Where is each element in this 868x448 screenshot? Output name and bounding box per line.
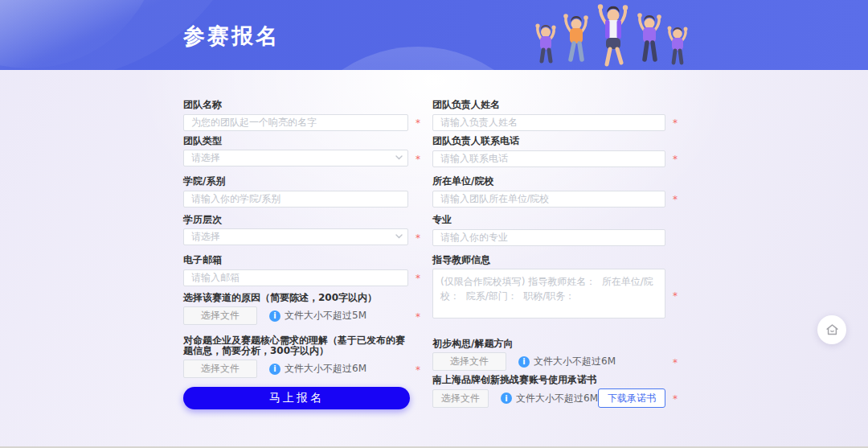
field-email: 电子邮箱 * xyxy=(183,255,408,286)
select-value: 请选择 xyxy=(191,151,220,165)
leader-name-input[interactable] xyxy=(432,114,665,131)
home-button[interactable] xyxy=(817,315,846,344)
field-leader-name: 团队负责人姓名 * xyxy=(432,100,665,131)
understanding-label: 对命题企业及赛题核心需求的理解（基于已发布的赛题信息，简要分析，300字以内） xyxy=(183,335,408,356)
field-organization: 所在单位/院校 * xyxy=(432,176,665,208)
page-title: 参赛报名 xyxy=(183,22,280,51)
required-asterisk: * xyxy=(673,357,678,367)
info-icon: i xyxy=(518,356,530,368)
field-team-type: 团队类型 请选择 * xyxy=(183,136,408,166)
info-icon: i xyxy=(501,393,512,404)
organization-input[interactable] xyxy=(432,191,665,208)
download-commitment-button[interactable]: 下载承诺书 xyxy=(598,388,665,408)
field-major: 专业 xyxy=(432,215,665,246)
submit-button[interactable]: 马上报名 xyxy=(183,387,410,409)
banner-decor-circle xyxy=(281,47,555,70)
registration-page: 参赛报名 xyxy=(0,0,868,448)
field-education-level: 学历层次 请选择 * xyxy=(183,215,408,245)
choose-file-button[interactable]: 选择文件 xyxy=(432,352,506,371)
chevron-down-icon xyxy=(395,155,403,160)
field-leader-phone: 团队负责人联系电话 * xyxy=(432,136,665,167)
file-size-tip: 文件大小不超过6M xyxy=(516,392,598,405)
required-asterisk: * xyxy=(416,273,420,282)
field-team-name: 团队名称 * xyxy=(183,100,408,131)
info-icon: i xyxy=(269,364,280,375)
advisor-info-textarea[interactable] xyxy=(432,269,665,319)
file-size-tip: 文件大小不超过6M xyxy=(534,355,616,368)
advisor-info-label: 指导教师信息 xyxy=(432,255,665,265)
major-label: 专业 xyxy=(432,215,665,225)
field-track-reason: 选择该赛道的原因（简要陈述，200字以内） 选择文件 i 文件大小不超过5M * xyxy=(183,293,408,325)
major-input[interactable] xyxy=(432,229,665,246)
college-label: 学院/系别 xyxy=(183,176,408,187)
field-advisor-info: 指导教师信息 * xyxy=(432,255,665,322)
leader-phone-input[interactable] xyxy=(432,150,665,167)
chevron-down-icon xyxy=(395,234,403,239)
required-asterisk: * xyxy=(673,117,678,127)
celebrating-people-illustration xyxy=(529,3,702,70)
field-commitment-letter: 南上海品牌创新挑战赛账号使用承诺书 选择文件 i 文件大小不超过6M 下载承诺书… xyxy=(432,375,665,408)
track-reason-label: 选择该赛道的原因（简要陈述，200字以内） xyxy=(183,293,408,303)
choose-file-button[interactable]: 选择文件 xyxy=(183,360,257,378)
info-icon: i xyxy=(269,310,280,322)
home-icon xyxy=(825,323,840,337)
team-type-label: 团队类型 xyxy=(183,136,408,146)
required-asterisk: * xyxy=(673,291,678,301)
choose-file-button[interactable]: 选择文件 xyxy=(432,389,489,408)
required-asterisk: * xyxy=(673,154,678,163)
file-size-tip: 文件大小不超过5M xyxy=(285,309,366,323)
choose-file-button[interactable]: 选择文件 xyxy=(183,306,257,325)
education-level-select[interactable]: 请选择 xyxy=(183,228,408,245)
required-asterisk: * xyxy=(673,194,678,203)
education-level-label: 学历层次 xyxy=(183,215,408,225)
organization-label: 所在单位/院校 xyxy=(432,176,665,187)
college-input[interactable] xyxy=(183,191,408,208)
team-type-select[interactable]: 请选择 xyxy=(183,150,408,166)
required-asterisk: * xyxy=(416,364,420,374)
file-size-tip: 文件大小不超过6M xyxy=(285,362,366,376)
leader-name-label: 团队负责人姓名 xyxy=(432,100,665,110)
commitment-letter-label: 南上海品牌创新挑战赛账号使用承诺书 xyxy=(432,375,665,385)
select-value: 请选择 xyxy=(191,230,220,244)
field-concept: 初步构思/解题方向 选择文件 i 文件大小不超过6M * xyxy=(432,339,665,371)
required-asterisk: * xyxy=(416,311,420,321)
team-name-label: 团队名称 xyxy=(183,100,408,110)
required-asterisk: * xyxy=(416,232,420,242)
field-understanding: 对命题企业及赛题核心需求的理解（基于已发布的赛题信息，简要分析，300字以内） … xyxy=(183,335,408,378)
concept-label: 初步构思/解题方向 xyxy=(432,339,665,349)
page-banner: 参赛报名 xyxy=(0,0,868,70)
field-college: 学院/系别 xyxy=(183,176,408,208)
required-asterisk: * xyxy=(416,154,420,163)
team-name-input[interactable] xyxy=(183,114,408,131)
email-label: 电子邮箱 xyxy=(183,255,408,265)
leader-phone-label: 团队负责人联系电话 xyxy=(432,136,665,146)
email-input[interactable] xyxy=(183,269,408,286)
required-asterisk: * xyxy=(673,394,678,404)
required-asterisk: * xyxy=(416,117,420,127)
